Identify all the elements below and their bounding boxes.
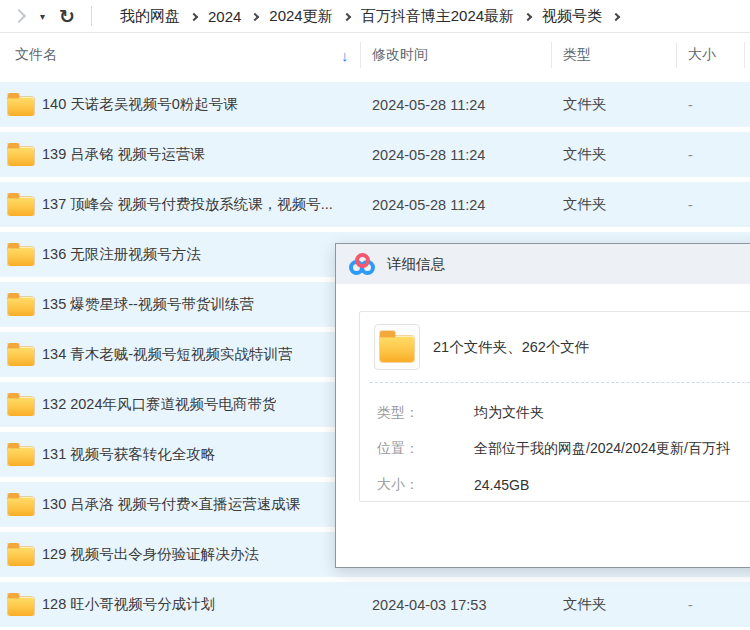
- file-modified: 2024-05-28 11:24: [360, 147, 551, 163]
- file-size: -: [676, 597, 750, 613]
- file-name: 129 视频号出令身份验证解决办法: [42, 545, 259, 564]
- file-modified: 2024-05-28 11:24: [360, 97, 551, 113]
- breadcrumb-separator-icon: [190, 12, 198, 20]
- breadcrumb-item[interactable]: 我的网盘: [120, 7, 180, 26]
- folder-icon: [8, 447, 34, 466]
- table-row[interactable]: 139 吕承铭 视频号运营课 2024-05-28 11:24 文件夹 -: [0, 132, 750, 177]
- folder-icon-large: [380, 336, 414, 362]
- folder-icon: [8, 397, 34, 416]
- file-name-cell: 134 青木老贼-视频号短视频实战特训营: [0, 343, 360, 366]
- column-divider: [744, 42, 745, 68]
- summary-text: 21个文件夹、262个文件: [433, 338, 589, 357]
- detail-label: 类型：: [377, 404, 474, 422]
- toolbar-divider: [91, 6, 92, 26]
- column-header-modified[interactable]: 修改时间: [360, 46, 551, 64]
- detail-row: 位置： 全部位于我的网盘/2024/2024更新/百万抖: [360, 431, 750, 467]
- file-name: 140 天诺老吴视频号0粉起号课: [42, 95, 238, 114]
- file-type: 文件夹: [551, 595, 676, 614]
- file-modified: 2024-04-03 17:53: [360, 597, 551, 613]
- breadcrumb-item[interactable]: 百万抖音博主2024最新: [361, 7, 514, 26]
- column-header-name[interactable]: 文件名 ↓: [0, 46, 360, 64]
- dialog-title: 详细信息: [387, 255, 445, 274]
- folder-icon: [8, 597, 34, 616]
- refresh-icon[interactable]: ↻: [59, 7, 75, 26]
- file-name: 132 2024年风口赛道视频号电商带货: [42, 395, 276, 414]
- table-row[interactable]: 140 天诺老吴视频号0粉起号课 2024-05-28 11:24 文件夹 -: [0, 82, 750, 127]
- folder-icon: [8, 247, 34, 266]
- folder-icon: [8, 97, 34, 116]
- detail-value: 24.45GB: [474, 477, 529, 493]
- app-logo-icon: [349, 253, 376, 276]
- folder-icon: [8, 347, 34, 366]
- column-divider: [551, 42, 552, 68]
- file-name: 130 吕承洛 视频号付费×直播运营速成课: [42, 495, 300, 514]
- column-header-type[interactable]: 类型: [551, 46, 676, 64]
- file-name-cell: 132 2024年风口赛道视频号电商带货: [0, 393, 360, 416]
- file-name: 128 旺小哥视频号分成计划: [42, 595, 215, 614]
- file-size: -: [676, 97, 750, 113]
- folder-icon-frame: [374, 324, 420, 370]
- file-name: 136 无限注册视频号方法: [42, 245, 201, 264]
- column-header-name-label: 文件名: [15, 46, 57, 62]
- file-modified: 2024-05-28 11:24: [360, 197, 551, 213]
- column-divider: [676, 42, 677, 68]
- folder-icon: [8, 197, 34, 216]
- detail-label: 位置：: [377, 440, 474, 458]
- detail-row: 类型： 均为文件夹: [360, 395, 750, 431]
- file-table-header: 文件名 ↓ 修改时间 类型 大小: [0, 33, 750, 77]
- column-divider: [360, 42, 361, 68]
- detail-label: 大小：: [377, 476, 474, 494]
- file-name-cell: 128 旺小哥视频号分成计划: [0, 593, 360, 616]
- breadcrumb-item[interactable]: 2024: [208, 8, 241, 25]
- table-row[interactable]: 137 顶峰会 视频号付费投放系统课，视频号... 2024-05-28 11:…: [0, 182, 750, 227]
- file-size: -: [676, 147, 750, 163]
- breadcrumb-separator-icon: [524, 12, 532, 20]
- toolbar: ▾ ↻ 我的网盘 2024 2024更新 百万抖音博主2024最新 视频号类: [0, 0, 750, 33]
- detail-row: 大小： 24.45GB: [360, 467, 750, 502]
- file-name-cell: 135 爆赞星球--视频号带货训练营: [0, 293, 360, 316]
- breadcrumb-item[interactable]: 2024更新: [269, 7, 332, 26]
- summary-row: 21个文件夹、262个文件: [360, 312, 750, 382]
- breadcrumb-separator-icon: [342, 12, 350, 20]
- file-name-cell: 131 视频号获客转化全攻略: [0, 443, 360, 466]
- file-type: 文件夹: [551, 95, 676, 114]
- folder-icon: [8, 497, 34, 516]
- file-name-cell: 140 天诺老吴视频号0粉起号课: [0, 93, 360, 116]
- breadcrumb: 我的网盘 2024 2024更新 百万抖音博主2024最新 视频号类: [120, 7, 619, 26]
- column-header-size[interactable]: 大小: [676, 46, 750, 64]
- details-dialog: 详细信息 21个文件夹、262个文件 类型： 均为文件夹 位置： 全部位于我的网…: [335, 243, 750, 568]
- file-name: 135 爆赞星球--视频号带货训练营: [42, 295, 254, 314]
- breadcrumb-separator-icon: [612, 12, 620, 20]
- forward-chevron-icon[interactable]: [12, 9, 26, 23]
- file-name-cell: 139 吕承铭 视频号运营课: [0, 143, 360, 166]
- details-list: 类型： 均为文件夹 位置： 全部位于我的网盘/2024/2024更新/百万抖 大…: [360, 383, 750, 502]
- dropdown-caret-icon[interactable]: ▾: [40, 11, 45, 22]
- file-size: -: [676, 197, 750, 213]
- detail-value: 全部位于我的网盘/2024/2024更新/百万抖: [474, 440, 730, 458]
- file-type: 文件夹: [551, 195, 676, 214]
- file-type: 文件夹: [551, 145, 676, 164]
- detail-value: 均为文件夹: [474, 404, 544, 422]
- file-name-cell: 136 无限注册视频号方法: [0, 243, 360, 266]
- file-name-cell: 137 顶峰会 视频号付费投放系统课，视频号...: [0, 193, 360, 216]
- summary-card: 21个文件夹、262个文件 类型： 均为文件夹 位置： 全部位于我的网盘/202…: [359, 311, 750, 502]
- folder-icon: [8, 147, 34, 166]
- file-name-cell: 130 吕承洛 视频号付费×直播运营速成课: [0, 493, 360, 516]
- file-name: 137 顶峰会 视频号付费投放系统课，视频号...: [42, 195, 333, 214]
- table-row[interactable]: 128 旺小哥视频号分成计划 2024-04-03 17:53 文件夹 -: [0, 582, 750, 627]
- sort-desc-icon[interactable]: ↓: [341, 47, 349, 64]
- dialog-header: 详细信息: [336, 244, 750, 284]
- file-name: 139 吕承铭 视频号运营课: [42, 145, 205, 164]
- breadcrumb-separator-icon: [251, 12, 259, 20]
- file-name: 134 青木老贼-视频号短视频实战特训营: [42, 345, 293, 364]
- file-name: 131 视频号获客转化全攻略: [42, 445, 215, 464]
- file-manager-window: { "toolbar": { "breadcrumb": [ {"label":…: [0, 0, 750, 630]
- breadcrumb-item[interactable]: 视频号类: [542, 7, 602, 26]
- folder-icon: [8, 547, 34, 566]
- file-name-cell: 129 视频号出令身份验证解决办法: [0, 543, 360, 566]
- folder-icon: [8, 297, 34, 316]
